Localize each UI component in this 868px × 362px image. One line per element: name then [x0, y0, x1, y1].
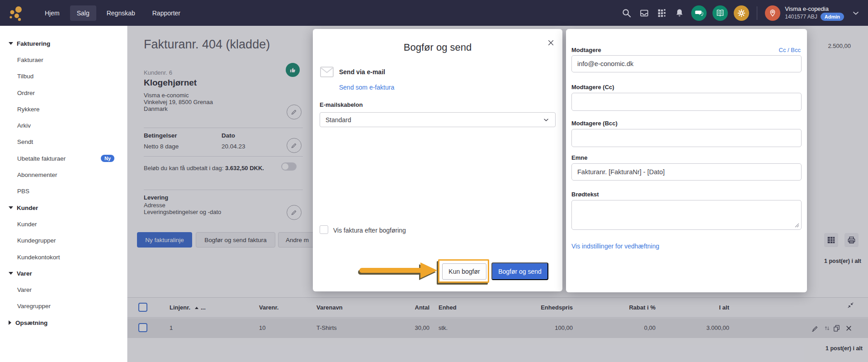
notifications-bell-icon[interactable] — [674, 7, 685, 19]
ny-badge: Ny — [101, 155, 114, 162]
send-via-email-label: Send via e-mail — [339, 68, 385, 76]
search-icon[interactable] — [621, 7, 632, 19]
modal-close-button[interactable] — [546, 38, 555, 47]
chevron-down-icon[interactable] — [850, 7, 862, 19]
expand-triangle-icon — [9, 320, 11, 325]
app: Hjem Salg Regnskab Rapporter — [0, 0, 868, 362]
send-as-einvoice-link[interactable]: Send som e-faktura — [339, 84, 394, 91]
chat-icon[interactable] — [691, 5, 707, 21]
subject-label: Emne — [571, 154, 587, 161]
subject-input[interactable] — [571, 163, 802, 181]
sidebar-item-arkiv[interactable]: Arkiv — [0, 117, 127, 133]
sidebar-item-tilbud[interactable]: Tilbud — [0, 68, 127, 85]
admin-badge: Admin — [821, 13, 844, 21]
post-and-send-button[interactable]: Bogfør og send — [491, 262, 548, 280]
bcc-input[interactable] — [571, 129, 802, 147]
navbar-divider — [757, 6, 757, 20]
sidebar-item-ordrer[interactable]: Ordrer — [0, 85, 127, 101]
sidebar-section-fakturering[interactable]: Fakturering — [0, 35, 127, 52]
sidebar-item-varer[interactable]: Varer — [0, 281, 127, 298]
location-pin-icon — [765, 5, 780, 21]
account-info: Visma e-copedia 1401577 ABJAdmin — [785, 5, 844, 21]
collapse-triangle-icon — [9, 206, 13, 209]
agreement-number: 1401577 ABJ — [785, 13, 817, 20]
cc-bcc-link[interactable]: Cc / Bcc — [779, 47, 801, 53]
email-settings-panel: Modtagere Cc / Bcc Modtagere (Cc) Modtag… — [566, 29, 807, 292]
body-textarea[interactable] — [571, 200, 802, 230]
envelope-icon — [320, 66, 334, 80]
attachment-settings-link[interactable]: Vis indstillinger for vedhæftning — [571, 243, 659, 250]
help-book-icon[interactable] — [712, 5, 728, 21]
sidebar-item-kundegrupper[interactable]: Kundegrupper — [0, 233, 127, 249]
sidebar-item-fakturaer[interactable]: Fakturaer — [0, 52, 127, 68]
nav-salg[interactable]: Salg — [70, 5, 96, 21]
modal-title: Bogfør og send — [313, 42, 562, 53]
cc-input[interactable] — [571, 93, 802, 111]
chevron-down-icon — [542, 116, 550, 124]
sidebar-item-ubetalte-fakturaer[interactable]: Ubetalte fakturaerNy — [0, 150, 127, 167]
logo-glyph — [8, 5, 25, 22]
account-menu[interactable]: Visma e-copedia 1401577 ABJAdmin — [765, 5, 844, 21]
email-template-select[interactable]: Standard — [320, 112, 556, 127]
navbar-actions: Visma e-copedia 1401577 ABJAdmin — [621, 0, 862, 26]
nav-regnskab[interactable]: Regnskab — [100, 5, 142, 21]
main-menu: Hjem Salg Regnskab Rapporter — [38, 5, 187, 21]
sidebar-section-varer[interactable]: Varer — [0, 265, 127, 281]
e-conomic-logo-icon[interactable] — [7, 4, 25, 22]
nav-rapporter[interactable]: Rapporter — [146, 5, 187, 21]
collapse-triangle-icon — [9, 42, 13, 45]
recipients-label: Modtagere — [571, 47, 601, 53]
sidebar-item-sendt[interactable]: Sendt — [0, 134, 127, 150]
sidebar-item-rykkere[interactable]: Rykkere — [0, 101, 127, 117]
collapse-triangle-icon — [9, 272, 13, 275]
recipients-input[interactable] — [571, 55, 802, 72]
company-name: Visma e-copedia — [785, 5, 844, 13]
sidebar-item-pbs[interactable]: PBS — [0, 183, 127, 200]
post-only-button[interactable]: Kun bogfør — [442, 263, 486, 280]
sidebar-item-kunder[interactable]: Kunder — [0, 216, 127, 232]
bogfor-og-send-modal: Bogfør og send Send via e-mail Send som … — [313, 29, 562, 291]
sidebar-section-kunder[interactable]: Kunder — [0, 200, 127, 216]
sidebar-section-opsaetning[interactable]: Opsætning — [0, 314, 127, 331]
sidebar-item-abonnementer[interactable]: Abonnementer — [0, 167, 127, 183]
email-template-label: E-mailskabelon — [320, 101, 363, 108]
apps-grid-icon[interactable] — [656, 7, 668, 19]
sidebar: Fakturering Fakturaer Tilbud Ordrer Rykk… — [0, 26, 127, 362]
sidebar-item-varegrupper[interactable]: Varegrupper — [0, 298, 127, 314]
bcc-label: Modtagere (Bcc) — [571, 120, 618, 127]
close-x-icon — [547, 39, 555, 47]
nav-hjem[interactable]: Hjem — [38, 5, 66, 21]
top-navbar: Hjem Salg Regnskab Rapporter — [0, 0, 868, 26]
selected-template: Standard — [326, 116, 351, 124]
body-label: Brødtekst — [571, 191, 599, 198]
show-invoice-after-posting-label: Vis faktura efter bogføring — [333, 227, 406, 234]
sidebar-item-kundekontokort[interactable]: Kundekontokort — [0, 249, 127, 265]
cc-label: Modtagere (Cc) — [571, 84, 614, 90]
inbox-icon[interactable] — [638, 7, 650, 19]
show-invoice-after-posting-checkbox[interactable] — [320, 225, 328, 234]
settings-gear-icon[interactable] — [734, 5, 749, 21]
